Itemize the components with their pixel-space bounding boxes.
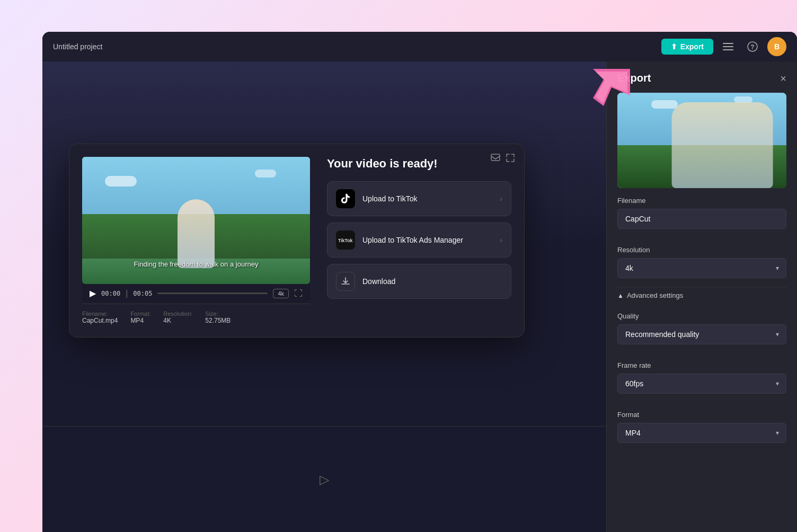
svg-rect-0 [723, 43, 733, 44]
advanced-settings-label: Advanced settings [627, 291, 683, 299]
tiktok-chevron-icon: › [500, 194, 502, 203]
cloud-2 [255, 170, 276, 178]
format-select-wrapper: MP4 ▾ [617, 423, 786, 443]
meta-size-value: 52.75MB [205, 317, 231, 324]
svg-rect-1 [723, 46, 733, 47]
frame-rate-value: 60fps [625, 379, 643, 388]
current-time: 00:00 [101, 290, 120, 297]
download-button-label: Download [362, 277, 502, 286]
frame-rate-select[interactable]: 60fps [617, 374, 786, 394]
upload-tiktok-ads-button[interactable]: TikTok Upload to TikTok Ads Manager › [327, 223, 511, 258]
top-bar-actions: ⬆ Export ? B [661, 37, 786, 56]
meta-resolution-value: 4K [163, 317, 192, 324]
timeline-play-button[interactable]: ▷ [320, 472, 329, 487]
advanced-settings-toggle[interactable]: ▲ Advanced settings [607, 287, 797, 304]
progress-bar[interactable] [157, 292, 268, 294]
frame-rate-label: Frame rate [617, 361, 786, 369]
resolution-select-wrapper: 4k ▾ [617, 258, 786, 278]
app-window: Untitled project ⬆ Export ? B [42, 32, 797, 532]
ready-title: Your video is ready! [327, 157, 511, 171]
close-icon: × [780, 73, 786, 84]
person-silhouette [178, 199, 215, 268]
timeline-play-icon: ▷ [320, 472, 329, 486]
time-separator: | [126, 289, 128, 298]
resolution-select[interactable]: 4k [617, 258, 786, 278]
filename-section: Filename [607, 188, 797, 237]
quality-select[interactable]: Recommended quality [617, 324, 786, 344]
top-bar: Untitled project ⬆ Export ? B [42, 32, 797, 61]
filename-label: Filename [617, 197, 786, 205]
thumb-bg [617, 93, 786, 188]
menu-icon-button[interactable] [719, 37, 738, 56]
tiktok-icon [336, 189, 355, 208]
video-preview: Finding the freedom to walk on a journey… [82, 157, 310, 324]
meta-filename: Filename: CapCut.mp4 [82, 311, 118, 324]
video-play-button[interactable]: ▶ [90, 288, 96, 298]
export-label: Export [680, 42, 704, 51]
format-label: Format [617, 411, 786, 419]
format-value: MP4 [625, 429, 641, 437]
export-button[interactable]: ⬆ Export [661, 39, 713, 55]
cloud-1 [105, 176, 137, 187]
quality-section: Quality Recommended quality ▾ [607, 304, 797, 353]
format-section: Format MP4 ▾ [607, 402, 797, 451]
video-controls: ▶ 00:00 | 00:05 4k ⛶ [82, 284, 310, 303]
resolution-value: 4k [625, 264, 633, 272]
timeline-area: ▷ [42, 426, 606, 532]
meta-filename-value: CapCut.mp4 [82, 317, 118, 324]
meta-resolution-label: Resolution: [163, 311, 192, 317]
panel-thumbnail [617, 93, 786, 188]
video-meta: Filename: CapCut.mp4 Format: MP4 Resolut… [82, 304, 310, 324]
video-screen: Finding the freedom to walk on a journey [82, 157, 310, 284]
download-icon [336, 272, 355, 291]
main-content: ▷ [42, 61, 606, 532]
export-panel: Export × Filename [606, 61, 797, 532]
modal-inner: Finding the freedom to walk on a journey… [82, 157, 511, 324]
meta-size-label: Size: [205, 311, 231, 317]
svg-rect-2 [723, 49, 733, 50]
export-upload-icon: ⬆ [671, 42, 677, 51]
modal-fullscreen-button[interactable] [505, 153, 516, 166]
resolution-section: Resolution 4k ▾ [607, 237, 797, 287]
quality-label: Quality [617, 312, 786, 320]
svg-text:?: ? [750, 43, 754, 51]
frame-rate-select-wrapper: 60fps ▾ [617, 374, 786, 394]
resolution-label: Resolution [617, 246, 786, 254]
meta-format-value: MP4 [130, 317, 150, 324]
svg-text:TikTok: TikTok [338, 238, 353, 243]
thumb-person [671, 102, 773, 188]
filename-input[interactable] [617, 209, 786, 229]
format-select[interactable]: MP4 [617, 423, 786, 443]
quality-badge-button[interactable]: 4k [273, 289, 289, 298]
video-frame: Finding the freedom to walk on a journey [82, 157, 310, 284]
panel-header: Export × [607, 61, 797, 93]
help-button[interactable]: ? [743, 37, 762, 56]
quality-value: Recommended quality [625, 330, 699, 339]
tiktok-ads-chevron-icon: › [500, 236, 502, 244]
modal-top-icons [490, 153, 516, 166]
user-avatar-button[interactable]: B [767, 37, 786, 56]
meta-filename-label: Filename: [82, 311, 118, 317]
quality-badge-value: 4k [278, 290, 284, 297]
meta-format: Format: MP4 [130, 311, 150, 324]
meta-format-label: Format: [130, 311, 150, 317]
quality-select-wrapper: Recommended quality ▾ [617, 324, 786, 344]
frame-rate-section: Frame rate 60fps ▾ [607, 353, 797, 402]
download-button[interactable]: Download [327, 264, 511, 299]
tiktok-button-label: Upload to TikTok [362, 194, 492, 203]
meta-size: Size: 52.75MB [205, 311, 231, 324]
avatar-letter: B [774, 42, 780, 51]
close-panel-button[interactable]: × [780, 73, 786, 84]
fullscreen-button[interactable]: ⛶ [294, 289, 303, 298]
tiktok-ads-icon: TikTok [336, 230, 355, 250]
total-time: 00:05 [133, 290, 152, 297]
modal-actions: Your video is ready! Upload to TikTok › [327, 157, 511, 305]
modal-feedback-button[interactable] [490, 153, 501, 166]
project-title: Untitled project [53, 42, 102, 51]
upload-tiktok-button[interactable]: Upload to TikTok › [327, 181, 511, 216]
meta-resolution: Resolution: 4K [163, 311, 192, 324]
advanced-chevron-icon: ▲ [617, 292, 624, 299]
tiktok-ads-button-label: Upload to TikTok Ads Manager [362, 236, 492, 244]
video-subtitle: Finding the freedom to walk on a journey [82, 260, 310, 268]
app-body: ▷ [42, 61, 797, 532]
